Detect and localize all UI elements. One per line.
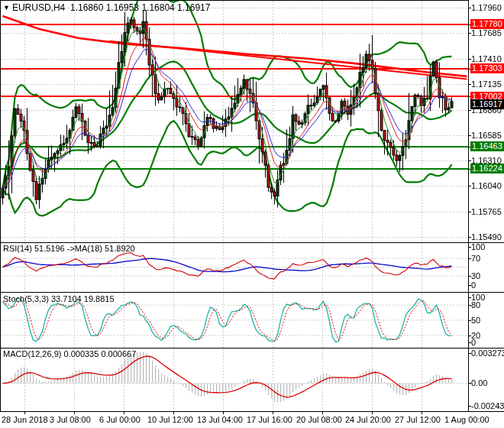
chart-title: ▼EURUSD,H4 1.16860 1.16953 1.16804 1.169… — [3, 2, 210, 13]
ohlc-values: 1.16860 1.16953 1.16804 1.16917 — [70, 2, 211, 13]
stoch-indicator-label: Stoch(5,3,3) 33.7104 19.8815 — [3, 294, 115, 303]
symbol-marker-icon: ▼ — [3, 4, 10, 11]
chart-window: ▼EURUSD,H4 1.16860 1.16953 1.16804 1.169… — [0, 0, 504, 428]
macd-indicator-label: MACD(12,26,9) 0.000335 0.000667 — [3, 349, 136, 358]
main-chart-panel[interactable] — [0, 0, 468, 242]
symbol-timeframe: EURUSD,H4 — [12, 2, 65, 13]
rsi-indicator-label: RSI(14) 51.5196 ->MA(18) 51.8920 — [3, 244, 135, 253]
